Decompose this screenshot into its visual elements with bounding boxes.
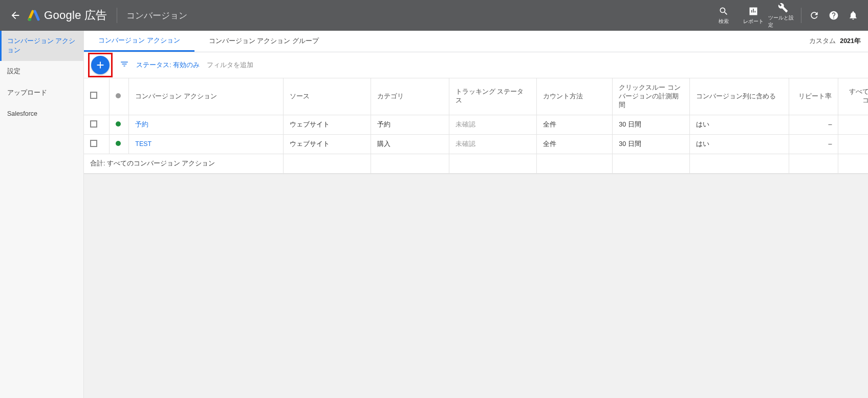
brand-google: Google bbox=[44, 9, 81, 22]
header-divider bbox=[117, 8, 117, 23]
tool-reports[interactable]: レポート bbox=[739, 6, 768, 25]
brand-ads: 広告 bbox=[84, 9, 107, 22]
search-icon bbox=[719, 6, 729, 17]
notifications-button[interactable] bbox=[843, 10, 863, 20]
brand: Google 広告 bbox=[28, 8, 107, 23]
tool-tools-label: ツールと設定 bbox=[768, 14, 798, 29]
arrow-left-icon bbox=[10, 10, 21, 21]
bell-icon bbox=[848, 10, 858, 20]
help-button[interactable] bbox=[824, 10, 843, 20]
refresh-icon bbox=[809, 10, 819, 20]
svg-point-0 bbox=[28, 18, 31, 21]
page-title: コンバージョン bbox=[126, 10, 187, 22]
tool-search-label: 検索 bbox=[719, 18, 729, 25]
tool-search[interactable]: 検索 bbox=[709, 6, 739, 25]
bar-chart-icon bbox=[748, 6, 758, 17]
back-button[interactable] bbox=[5, 10, 26, 21]
brand-text: Google 広告 bbox=[44, 8, 107, 23]
app-header: Google 広告 コンバージョン 検索 レポート ツールと設定 bbox=[0, 0, 868, 31]
wrench-icon bbox=[778, 2, 788, 13]
tool-tools[interactable]: ツールと設定 bbox=[768, 2, 798, 29]
header-divider-2 bbox=[801, 8, 801, 23]
help-icon bbox=[829, 10, 839, 20]
tool-reports-label: レポート bbox=[743, 18, 764, 25]
google-ads-logo-icon bbox=[28, 9, 40, 22]
refresh-button[interactable] bbox=[805, 10, 824, 20]
